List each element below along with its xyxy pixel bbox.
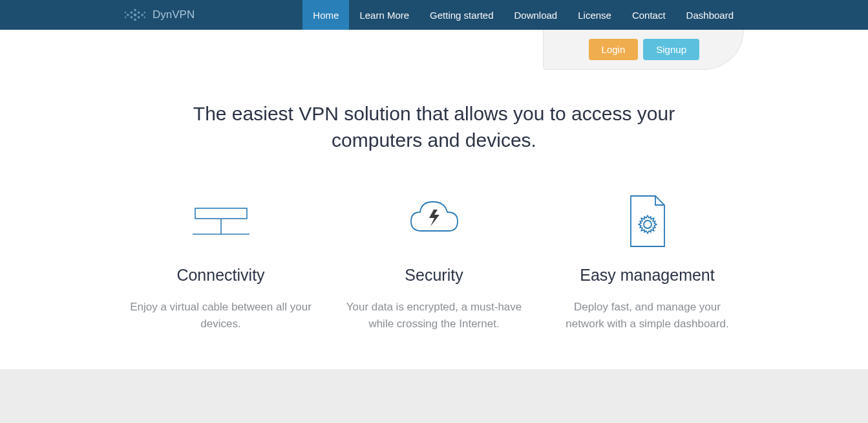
svg-point-0 — [127, 14, 129, 16]
svg-point-4 — [134, 14, 137, 17]
svg-point-12 — [144, 17, 145, 18]
svg-point-10 — [125, 17, 126, 18]
nav-menu: Home Learn More Getting started Download… — [302, 0, 744, 30]
svg-point-6 — [138, 11, 140, 14]
footer-space — [0, 369, 868, 423]
feature-title: Security — [341, 266, 528, 285]
brand-logo-icon — [123, 6, 147, 23]
nav-item-home[interactable]: Home — [302, 0, 349, 30]
feature-management: Easy management Deploy fast, and manage … — [541, 192, 754, 333]
svg-rect-13 — [195, 208, 247, 219]
nav-item-dashboard[interactable]: Dashboard — [676, 0, 744, 30]
svg-point-7 — [138, 16, 140, 19]
hero: The easiest VPN solution that allows you… — [0, 70, 868, 173]
auth-bar-wrap: Login Signup — [0, 30, 868, 70]
feature-desc: Your data is encrypted, a must-have whil… — [341, 299, 528, 333]
svg-point-11 — [144, 12, 145, 13]
svg-point-5 — [134, 19, 136, 21]
nav-item-contact[interactable]: Contact — [622, 0, 676, 30]
feature-desc: Deploy fast, and manage your network wit… — [554, 299, 741, 333]
navbar: DynVPN Home Learn More Getting started D… — [0, 0, 868, 30]
connectivity-icon — [127, 192, 315, 250]
svg-point-16 — [644, 221, 651, 228]
brand-link[interactable]: DynVPN — [123, 6, 195, 23]
features-row: Connectivity Enjoy a virtual cable betwe… — [111, 173, 757, 369]
feature-title: Easy management — [554, 266, 741, 285]
svg-point-8 — [141, 14, 143, 16]
hero-headline: The easiest VPN solution that allows you… — [169, 101, 699, 153]
nav-item-learn-more[interactable]: Learn More — [349, 0, 419, 30]
nav-item-download[interactable]: Download — [503, 0, 567, 30]
management-icon — [554, 192, 741, 250]
svg-point-9 — [125, 12, 126, 13]
brand-name: DynVPN — [153, 8, 195, 21]
nav-item-license[interactable]: License — [567, 0, 622, 30]
svg-point-1 — [131, 11, 133, 14]
svg-point-2 — [131, 16, 133, 19]
auth-bar: Login Signup — [543, 30, 744, 70]
feature-security: Security Your data is encrypted, a must-… — [328, 192, 541, 333]
svg-point-3 — [134, 9, 136, 12]
signup-button[interactable]: Signup — [643, 39, 699, 60]
feature-desc: Enjoy a virtual cable between all your d… — [127, 299, 315, 333]
feature-title: Connectivity — [127, 266, 315, 285]
feature-connectivity: Connectivity Enjoy a virtual cable betwe… — [114, 192, 328, 333]
security-icon — [341, 192, 528, 250]
login-button[interactable]: Login — [589, 39, 639, 60]
nav-item-getting-started[interactable]: Getting started — [419, 0, 503, 30]
